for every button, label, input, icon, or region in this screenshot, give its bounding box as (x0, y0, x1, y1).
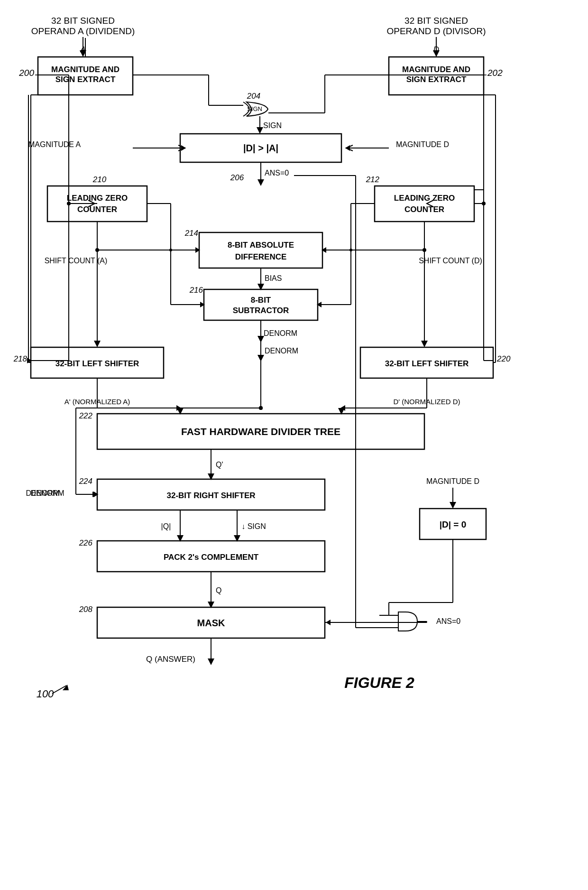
ref-100: 100 (37, 688, 54, 700)
svg-text:ANS=0: ANS=0 (436, 617, 460, 625)
magnitude-d-label: MAGNITUDE D (396, 140, 449, 148)
ref-220: 220 (496, 354, 511, 363)
svg-text:↓ SIGN: ↓ SIGN (241, 522, 266, 530)
svg-text:COUNTER: COUNTER (404, 205, 444, 214)
operand-d-label: 32 BIT SIGNED (404, 16, 468, 26)
ref-226: 226 (79, 538, 93, 547)
ref-218: 218 (13, 354, 28, 363)
ref-206: 206 (230, 173, 244, 182)
svg-text:Q: Q (216, 586, 221, 594)
svg-text:Q (ANSWER): Q (ANSWER) (146, 655, 195, 664)
magnitude-a-label: MAGNITUDE A (28, 140, 81, 148)
svg-text:FAST HARDWARE DIVIDER TREE: FAST HARDWARE DIVIDER TREE (181, 426, 340, 437)
svg-text:COUNTER: COUNTER (77, 205, 117, 214)
svg-text:OPERAND A (DIVIDEND): OPERAND A (DIVIDEND) (31, 26, 135, 36)
figure-label: FIGURE 2 (344, 674, 414, 691)
lzc-d-block (375, 186, 474, 222)
ref-212: 212 (366, 175, 380, 184)
svg-text:DIFFERENCE: DIFFERENCE (235, 252, 287, 261)
shift-count-a-label: SHIFT COUNT (A) (45, 257, 108, 265)
svg-text:D' (NORMALIZED D): D' (NORMALIZED D) (393, 398, 460, 406)
ref-210: 210 (92, 175, 107, 184)
circuit-diagram: 32 BIT SIGNED OPERAND A (DIVIDEND) 32 BI… (0, 0, 588, 890)
svg-text:DENORM: DENORM (26, 489, 59, 497)
svg-text:MASK: MASK (197, 618, 225, 628)
svg-text:MAGNITUDE AND: MAGNITUDE AND (402, 65, 470, 74)
svg-text:DENORM: DENORM (265, 347, 298, 355)
svg-text:32-BIT LEFT SHIFTER: 32-BIT LEFT SHIFTER (385, 359, 469, 368)
ref-222: 222 (79, 411, 93, 420)
svg-text:8-BIT ABSOLUTE: 8-BIT ABSOLUTE (228, 241, 294, 250)
svg-text:DENORM: DENORM (264, 329, 297, 337)
ref-216: 216 (189, 286, 203, 295)
ref-224: 224 (79, 477, 92, 486)
operand-a-label: 32 BIT SIGNED (51, 16, 115, 26)
svg-text:|D| = 0: |D| = 0 (440, 519, 467, 529)
svg-text:A' (NORMALIZED A): A' (NORMALIZED A) (64, 398, 130, 406)
magnitude-d2-label: MAGNITUDE D (426, 477, 479, 485)
diagram-container: 32 BIT SIGNED OPERAND A (DIVIDEND) 32 BI… (0, 0, 588, 890)
svg-text:OPERAND D (DIVISOR): OPERAND D (DIVISOR) (386, 26, 486, 36)
svg-text:SUBTRACTOR: SUBTRACTOR (233, 306, 289, 315)
svg-text:MAGNITUDE AND: MAGNITUDE AND (51, 65, 119, 74)
svg-text:SIGN EXTRACT: SIGN EXTRACT (406, 75, 467, 84)
ref-214: 214 (184, 229, 198, 238)
svg-text:Q': Q' (216, 461, 223, 469)
abs-diff-block (199, 232, 322, 268)
svg-text:PACK 2's COMPLEMENT: PACK 2's COMPLEMENT (164, 553, 259, 562)
shift-count-d-label: SHIFT COUNT (D) (419, 257, 482, 265)
svg-text:LEADING ZERO: LEADING ZERO (394, 194, 455, 203)
ref-202: 202 (487, 68, 503, 78)
svg-text:|D| > |A|: |D| > |A| (243, 143, 278, 153)
ref-204: 204 (247, 92, 260, 101)
ref-200: 200 (18, 68, 34, 78)
ref-208: 208 (79, 605, 93, 614)
svg-text:SIGN: SIGN (247, 105, 262, 112)
svg-text:LEADING ZERO: LEADING ZERO (67, 194, 128, 203)
svg-text:ANS=0: ANS=0 (265, 169, 289, 177)
svg-text:8-BIT: 8-BIT (251, 296, 271, 305)
svg-text:|Q|: |Q| (161, 522, 171, 530)
svg-text:BIAS: BIAS (265, 274, 282, 282)
svg-text:A: A (80, 45, 85, 54)
subtractor-block (204, 289, 318, 320)
svg-text:SIGN: SIGN (263, 121, 282, 130)
svg-text:32-BIT RIGHT SHIFTER: 32-BIT RIGHT SHIFTER (166, 491, 255, 500)
svg-text:SIGN EXTRACT: SIGN EXTRACT (55, 75, 116, 84)
